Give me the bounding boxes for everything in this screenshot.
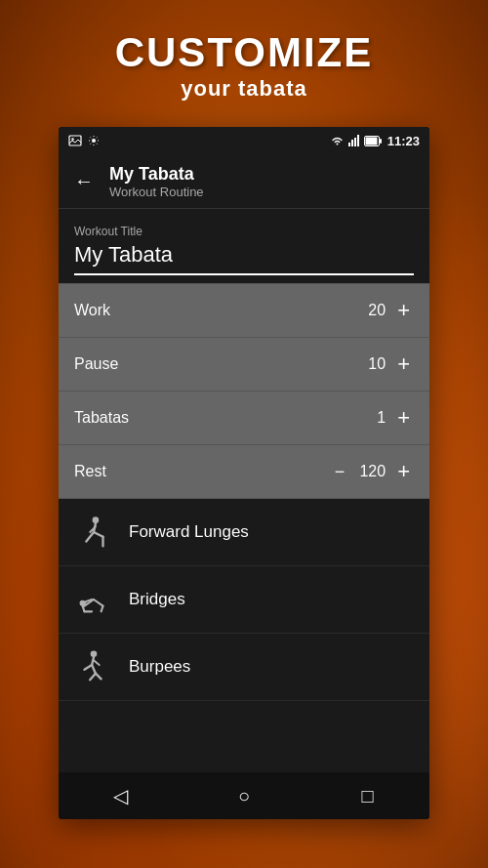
burpees-icon — [74, 647, 113, 686]
settings-section: Work 20 + Pause 10 + Tabatas 1 + — [59, 284, 429, 499]
hero-title: CUSTOMIZE — [0, 29, 488, 76]
status-left-icons — [68, 135, 100, 146]
svg-rect-4 — [351, 140, 353, 146]
svg-rect-5 — [354, 138, 356, 146]
signal-icon — [348, 135, 360, 146]
setting-controls-tabatas: 1 + — [356, 405, 414, 431]
workout-title-label: Workout Title — [74, 225, 414, 238]
setting-label-tabatas: Tabatas — [74, 409, 129, 427]
setting-value-tabatas: 1 — [356, 409, 386, 427]
app-bar: ← My Tabata Workout Routine — [59, 154, 429, 209]
setting-value-rest: 120 — [356, 463, 386, 480]
svg-line-20 — [94, 599, 103, 606]
status-time: 11:23 — [387, 134, 420, 148]
bridges-icon — [74, 580, 113, 619]
setting-label-rest: Rest — [74, 463, 106, 480]
exercise-section: Forward Lunges — [59, 499, 429, 819]
status-bar: 11:23 — [59, 127, 429, 154]
svg-rect-9 — [365, 137, 377, 145]
setting-plus-tabatas[interactable]: + — [393, 405, 414, 431]
setting-row-tabatas: Tabatas 1 + — [59, 392, 429, 445]
status-icon-2 — [88, 135, 100, 146]
setting-value-pause: 10 — [356, 355, 386, 373]
svg-line-26 — [85, 665, 93, 670]
svg-line-29 — [96, 674, 102, 680]
exercise-name-burpees: Burpees — [129, 657, 190, 677]
setting-minus-rest[interactable]: − — [331, 462, 349, 482]
svg-line-27 — [92, 665, 96, 674]
lunges-icon — [74, 513, 113, 552]
hero-section: CUSTOMIZE your tabata — [0, 29, 488, 102]
battery-icon — [364, 136, 382, 146]
setting-label-work: Work — [74, 302, 110, 319]
svg-line-13 — [94, 532, 103, 537]
status-right-icons: 11:23 — [330, 134, 420, 148]
svg-rect-6 — [357, 135, 359, 146]
nav-recent-button[interactable]: □ — [339, 772, 397, 819]
nav-back-button[interactable]: ◁ — [91, 772, 149, 819]
app-bar-subtitle: Workout Routine — [109, 185, 204, 199]
setting-controls-pause: 10 + — [356, 351, 414, 377]
workout-title-value[interactable]: My Tabata — [74, 242, 414, 275]
app-bar-titles: My Tabata Workout Routine — [109, 164, 204, 199]
wifi-icon — [330, 135, 345, 146]
setting-controls-rest: − 120 + — [331, 459, 414, 484]
svg-line-28 — [90, 674, 96, 681]
svg-point-1 — [71, 138, 73, 140]
svg-rect-3 — [348, 143, 350, 146]
exercise-name-bridges: Bridges — [129, 590, 185, 609]
svg-point-2 — [92, 139, 96, 143]
nav-home-button[interactable]: ○ — [215, 772, 273, 819]
exercise-row-lunges[interactable]: Forward Lunges — [59, 499, 429, 566]
setting-plus-work[interactable]: + — [393, 298, 414, 323]
svg-line-30 — [94, 660, 100, 665]
setting-controls-work: 20 + — [356, 298, 414, 323]
setting-row-work: Work 20 + — [59, 284, 429, 338]
exercise-row-bridges[interactable]: Bridges — [59, 566, 429, 634]
app-bar-title: My Tabata — [109, 164, 204, 185]
setting-label-pause: Pause — [74, 355, 118, 373]
bottom-nav: ◁ ○ □ — [59, 772, 429, 819]
setting-row-pause: Pause 10 + — [59, 338, 429, 392]
svg-line-12 — [86, 532, 94, 542]
hero-subtitle: your tabata — [0, 76, 488, 102]
back-button[interactable]: ← — [74, 170, 94, 192]
workout-title-section: Workout Title My Tabata — [59, 209, 429, 284]
setting-plus-rest[interactable]: + — [393, 459, 414, 484]
setting-row-rest: Rest − 120 + — [59, 445, 429, 499]
svg-line-21 — [102, 606, 103, 612]
setting-plus-pause[interactable]: + — [393, 351, 414, 377]
exercise-row-burpees[interactable]: Burpees — [59, 634, 429, 701]
exercise-name-lunges: Forward Lunges — [129, 522, 249, 542]
svg-rect-8 — [380, 139, 382, 144]
status-icon-1 — [68, 135, 82, 146]
phone-frame: 11:23 ← My Tabata Workout Routine Workou… — [59, 127, 429, 819]
setting-value-work: 20 — [356, 302, 386, 319]
